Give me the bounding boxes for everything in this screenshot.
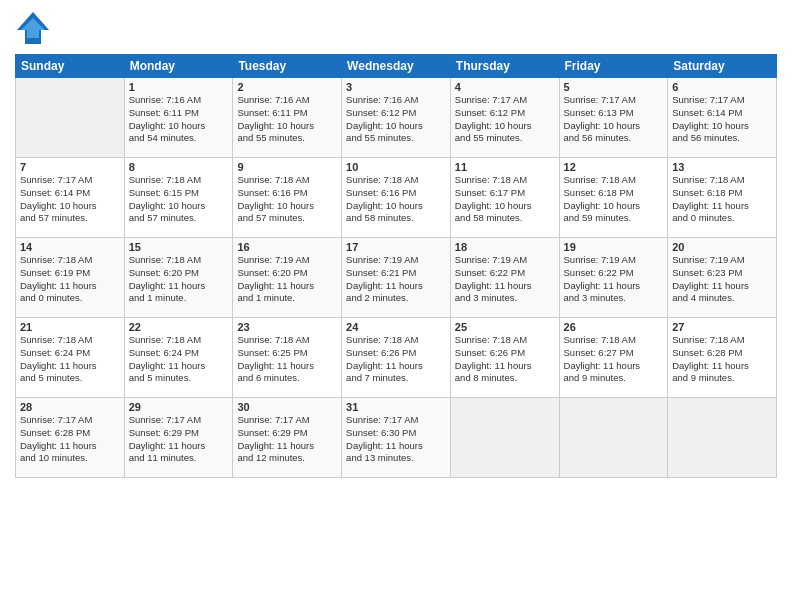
day-info: Sunrise: 7:18 AM Sunset: 6:20 PM Dayligh… [129,254,229,305]
cell-week3-day5: 19Sunrise: 7:19 AM Sunset: 6:22 PM Dayli… [559,238,668,318]
day-info: Sunrise: 7:17 AM Sunset: 6:30 PM Dayligh… [346,414,446,465]
cell-week4-day2: 23Sunrise: 7:18 AM Sunset: 6:25 PM Dayli… [233,318,342,398]
day-info: Sunrise: 7:17 AM Sunset: 6:29 PM Dayligh… [237,414,337,465]
day-number: 31 [346,401,446,413]
day-number: 19 [564,241,664,253]
day-info: Sunrise: 7:17 AM Sunset: 6:28 PM Dayligh… [20,414,120,465]
day-info: Sunrise: 7:19 AM Sunset: 6:21 PM Dayligh… [346,254,446,305]
day-info: Sunrise: 7:18 AM Sunset: 6:15 PM Dayligh… [129,174,229,225]
day-number: 3 [346,81,446,93]
col-header-friday: Friday [559,55,668,78]
cell-week2-day5: 12Sunrise: 7:18 AM Sunset: 6:18 PM Dayli… [559,158,668,238]
day-info: Sunrise: 7:17 AM Sunset: 6:14 PM Dayligh… [672,94,772,145]
day-number: 27 [672,321,772,333]
day-number: 30 [237,401,337,413]
cell-week3-day3: 17Sunrise: 7:19 AM Sunset: 6:21 PM Dayli… [342,238,451,318]
day-number: 22 [129,321,229,333]
logo [15,10,55,46]
cell-week5-day4 [450,398,559,478]
cell-week5-day6 [668,398,777,478]
day-info: Sunrise: 7:19 AM Sunset: 6:22 PM Dayligh… [455,254,555,305]
day-info: Sunrise: 7:18 AM Sunset: 6:19 PM Dayligh… [20,254,120,305]
day-info: Sunrise: 7:18 AM Sunset: 6:18 PM Dayligh… [564,174,664,225]
day-number: 18 [455,241,555,253]
day-number: 8 [129,161,229,173]
cell-week1-day2: 2Sunrise: 7:16 AM Sunset: 6:11 PM Daylig… [233,78,342,158]
col-header-monday: Monday [124,55,233,78]
day-info: Sunrise: 7:19 AM Sunset: 6:20 PM Dayligh… [237,254,337,305]
week-row-1: 1Sunrise: 7:16 AM Sunset: 6:11 PM Daylig… [16,78,777,158]
day-number: 7 [20,161,120,173]
cell-week2-day6: 13Sunrise: 7:18 AM Sunset: 6:18 PM Dayli… [668,158,777,238]
cell-week4-day0: 21Sunrise: 7:18 AM Sunset: 6:24 PM Dayli… [16,318,125,398]
cell-week5-day1: 29Sunrise: 7:17 AM Sunset: 6:29 PM Dayli… [124,398,233,478]
day-number: 14 [20,241,120,253]
day-number: 24 [346,321,446,333]
day-number: 16 [237,241,337,253]
day-number: 17 [346,241,446,253]
day-info: Sunrise: 7:18 AM Sunset: 6:25 PM Dayligh… [237,334,337,385]
week-row-3: 14Sunrise: 7:18 AM Sunset: 6:19 PM Dayli… [16,238,777,318]
day-info: Sunrise: 7:19 AM Sunset: 6:22 PM Dayligh… [564,254,664,305]
cell-week1-day5: 5Sunrise: 7:17 AM Sunset: 6:13 PM Daylig… [559,78,668,158]
day-number: 26 [564,321,664,333]
day-number: 28 [20,401,120,413]
week-row-4: 21Sunrise: 7:18 AM Sunset: 6:24 PM Dayli… [16,318,777,398]
day-info: Sunrise: 7:16 AM Sunset: 6:12 PM Dayligh… [346,94,446,145]
day-number: 12 [564,161,664,173]
col-header-sunday: Sunday [16,55,125,78]
cell-week2-day1: 8Sunrise: 7:18 AM Sunset: 6:15 PM Daylig… [124,158,233,238]
day-number: 23 [237,321,337,333]
day-number: 15 [129,241,229,253]
day-info: Sunrise: 7:18 AM Sunset: 6:26 PM Dayligh… [346,334,446,385]
cell-week5-day3: 31Sunrise: 7:17 AM Sunset: 6:30 PM Dayli… [342,398,451,478]
day-info: Sunrise: 7:18 AM Sunset: 6:24 PM Dayligh… [129,334,229,385]
cell-week3-day6: 20Sunrise: 7:19 AM Sunset: 6:23 PM Dayli… [668,238,777,318]
cell-week1-day0 [16,78,125,158]
header-row: SundayMondayTuesdayWednesdayThursdayFrid… [16,55,777,78]
day-number: 4 [455,81,555,93]
header [15,10,777,46]
day-info: Sunrise: 7:16 AM Sunset: 6:11 PM Dayligh… [237,94,337,145]
day-number: 20 [672,241,772,253]
cell-week3-day2: 16Sunrise: 7:19 AM Sunset: 6:20 PM Dayli… [233,238,342,318]
cell-week3-day4: 18Sunrise: 7:19 AM Sunset: 6:22 PM Dayli… [450,238,559,318]
day-number: 21 [20,321,120,333]
cell-week2-day4: 11Sunrise: 7:18 AM Sunset: 6:17 PM Dayli… [450,158,559,238]
week-row-2: 7Sunrise: 7:17 AM Sunset: 6:14 PM Daylig… [16,158,777,238]
cell-week1-day1: 1Sunrise: 7:16 AM Sunset: 6:11 PM Daylig… [124,78,233,158]
cell-week5-day2: 30Sunrise: 7:17 AM Sunset: 6:29 PM Dayli… [233,398,342,478]
day-info: Sunrise: 7:18 AM Sunset: 6:16 PM Dayligh… [237,174,337,225]
day-number: 11 [455,161,555,173]
svg-marker-2 [21,18,45,38]
logo-icon [15,10,51,46]
day-info: Sunrise: 7:18 AM Sunset: 6:26 PM Dayligh… [455,334,555,385]
cell-week1-day4: 4Sunrise: 7:17 AM Sunset: 6:12 PM Daylig… [450,78,559,158]
day-number: 6 [672,81,772,93]
col-header-saturday: Saturday [668,55,777,78]
day-info: Sunrise: 7:18 AM Sunset: 6:27 PM Dayligh… [564,334,664,385]
day-number: 1 [129,81,229,93]
cell-week4-day1: 22Sunrise: 7:18 AM Sunset: 6:24 PM Dayli… [124,318,233,398]
cell-week1-day6: 6Sunrise: 7:17 AM Sunset: 6:14 PM Daylig… [668,78,777,158]
page: SundayMondayTuesdayWednesdayThursdayFrid… [0,0,792,612]
day-info: Sunrise: 7:18 AM Sunset: 6:18 PM Dayligh… [672,174,772,225]
cell-week2-day3: 10Sunrise: 7:18 AM Sunset: 6:16 PM Dayli… [342,158,451,238]
day-info: Sunrise: 7:18 AM Sunset: 6:24 PM Dayligh… [20,334,120,385]
cell-week3-day1: 15Sunrise: 7:18 AM Sunset: 6:20 PM Dayli… [124,238,233,318]
day-number: 9 [237,161,337,173]
cell-week5-day0: 28Sunrise: 7:17 AM Sunset: 6:28 PM Dayli… [16,398,125,478]
cell-week1-day3: 3Sunrise: 7:16 AM Sunset: 6:12 PM Daylig… [342,78,451,158]
day-info: Sunrise: 7:16 AM Sunset: 6:11 PM Dayligh… [129,94,229,145]
day-info: Sunrise: 7:18 AM Sunset: 6:16 PM Dayligh… [346,174,446,225]
day-info: Sunrise: 7:18 AM Sunset: 6:17 PM Dayligh… [455,174,555,225]
cell-week2-day2: 9Sunrise: 7:18 AM Sunset: 6:16 PM Daylig… [233,158,342,238]
day-number: 2 [237,81,337,93]
cell-week4-day3: 24Sunrise: 7:18 AM Sunset: 6:26 PM Dayli… [342,318,451,398]
cell-week5-day5 [559,398,668,478]
cell-week4-day5: 26Sunrise: 7:18 AM Sunset: 6:27 PM Dayli… [559,318,668,398]
day-number: 25 [455,321,555,333]
calendar-table: SundayMondayTuesdayWednesdayThursdayFrid… [15,54,777,478]
cell-week3-day0: 14Sunrise: 7:18 AM Sunset: 6:19 PM Dayli… [16,238,125,318]
week-row-5: 28Sunrise: 7:17 AM Sunset: 6:28 PM Dayli… [16,398,777,478]
